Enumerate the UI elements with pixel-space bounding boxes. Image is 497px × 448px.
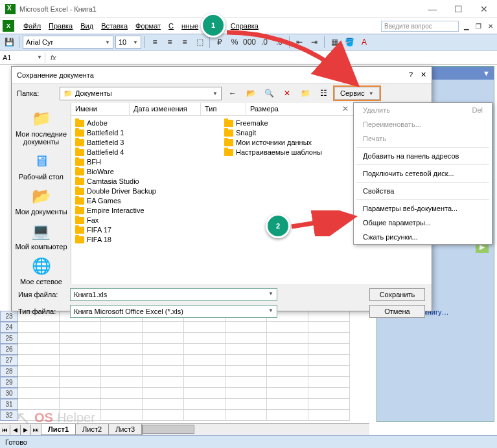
row-header[interactable]: 29 xyxy=(0,377,18,388)
cell[interactable] xyxy=(184,399,225,410)
cell[interactable] xyxy=(184,377,225,388)
align-right-icon[interactable]: ≡ xyxy=(178,36,191,49)
file-item[interactable]: Настраиваемые шаблоны xyxy=(223,148,372,157)
filename-input[interactable]: Книга1.xls ▼ xyxy=(70,288,277,301)
header-type[interactable]: Тип xyxy=(201,103,246,115)
menu-net-drive[interactable]: Подключить сетевой диск... xyxy=(354,166,492,181)
font-name-select[interactable]: Arial Cyr ▼ xyxy=(23,36,113,49)
menu-insert[interactable]: Вставка xyxy=(97,21,132,31)
font-size-select[interactable]: 10 ▼ xyxy=(115,36,141,49)
cell[interactable] xyxy=(60,344,101,355)
file-item[interactable]: BioWare xyxy=(74,167,223,176)
doc-restore[interactable]: ❐ xyxy=(474,21,483,31)
fx-label[interactable]: fx xyxy=(45,54,62,62)
menu-file[interactable]: Файл xyxy=(19,21,45,31)
menu-format[interactable]: Формат xyxy=(132,21,165,31)
file-item[interactable]: Fax xyxy=(74,216,223,225)
dialog-help-button[interactable]: ? xyxy=(409,71,413,79)
cell[interactable] xyxy=(308,333,350,344)
filetype-select[interactable]: Книга Microsoft Office Excel (*.xls) ▼ xyxy=(70,305,277,318)
tab-prev-icon[interactable]: ◀ xyxy=(10,425,21,435)
doc-minimize[interactable]: ▁ xyxy=(463,21,470,31)
cell[interactable] xyxy=(308,377,350,388)
cell[interactable] xyxy=(184,366,225,377)
cell[interactable] xyxy=(60,366,101,377)
cell[interactable] xyxy=(101,355,143,366)
cell[interactable] xyxy=(60,410,101,421)
header-name[interactable]: Имени xyxy=(71,103,130,115)
row-header[interactable]: 31 xyxy=(0,399,18,410)
file-item[interactable]: Мои источники данных xyxy=(223,138,372,147)
horizontal-scrollbar[interactable] xyxy=(142,425,369,435)
doc-close[interactable]: ✕ xyxy=(487,21,494,31)
cell[interactable] xyxy=(60,377,101,388)
worksheet-grid[interactable]: 23242526272829303132 xyxy=(0,311,369,421)
cell[interactable] xyxy=(143,333,184,344)
cell[interactable] xyxy=(18,355,60,366)
row-header[interactable]: 32 xyxy=(0,410,18,421)
cell[interactable] xyxy=(143,344,184,355)
cell[interactable] xyxy=(225,388,267,399)
cell[interactable] xyxy=(267,399,308,410)
file-item[interactable]: Camtasia Studio xyxy=(74,177,223,186)
place-item[interactable]: 🌐Мое сетевое окружение xyxy=(14,256,68,284)
minimize-button[interactable]: — xyxy=(419,0,445,18)
cell[interactable] xyxy=(267,388,308,399)
cell[interactable] xyxy=(60,388,101,399)
file-item[interactable]: Battlefield 3 xyxy=(74,138,223,147)
file-item[interactable]: Empire Interactive xyxy=(74,206,223,215)
cell[interactable] xyxy=(267,344,308,355)
cell[interactable] xyxy=(60,399,101,410)
cell[interactable] xyxy=(143,355,184,366)
cell[interactable] xyxy=(267,366,308,377)
place-item[interactable]: 🖥Рабочий стол xyxy=(19,151,64,181)
file-item[interactable]: Battlefield 1 xyxy=(74,128,223,137)
row-header[interactable]: 25 xyxy=(0,333,18,344)
menu-properties[interactable]: Свойства xyxy=(354,184,492,198)
sheet-tab-3[interactable]: Лист3 xyxy=(108,424,142,435)
tab-last-icon[interactable]: ⏭ xyxy=(31,425,41,435)
cell[interactable] xyxy=(18,333,60,344)
menu-compress[interactable]: Сжать рисунки... xyxy=(354,230,492,244)
cell[interactable] xyxy=(101,410,143,421)
folder-select[interactable]: 📁 Документы ▼ xyxy=(60,87,222,100)
cell[interactable] xyxy=(143,410,184,421)
cell[interactable] xyxy=(143,399,184,410)
cell[interactable] xyxy=(184,355,225,366)
cell[interactable] xyxy=(308,355,350,366)
menu-add-bar[interactable]: Добавить на панель адресов xyxy=(354,149,492,163)
cell[interactable] xyxy=(225,366,267,377)
dialog-close-button[interactable]: ✕ xyxy=(421,71,426,79)
file-item[interactable]: Snagit xyxy=(223,128,372,137)
close-button[interactable]: ✕ xyxy=(471,0,497,18)
cell[interactable] xyxy=(101,344,143,355)
menu-view[interactable]: Вид xyxy=(76,21,97,31)
cell[interactable] xyxy=(101,377,143,388)
cell[interactable] xyxy=(143,366,184,377)
cell[interactable] xyxy=(101,366,143,377)
merge-icon[interactable]: ⬚ xyxy=(193,36,206,49)
cell[interactable] xyxy=(225,410,267,421)
file-item[interactable]: FIFA 17 xyxy=(74,225,223,234)
menu-data[interactable]: нные xyxy=(178,21,202,31)
menu-hidden1[interactable]: С xyxy=(165,21,178,31)
cell[interactable] xyxy=(143,388,184,399)
row-header[interactable]: 30 xyxy=(0,388,18,399)
align-left-icon[interactable]: ≡ xyxy=(148,36,161,49)
align-center-icon[interactable]: ≡ xyxy=(163,36,176,49)
tab-next-icon[interactable]: ▶ xyxy=(21,425,31,435)
cell[interactable] xyxy=(308,366,350,377)
cell[interactable] xyxy=(225,355,267,366)
cell[interactable] xyxy=(18,410,60,421)
file-item[interactable]: FIFA 18 xyxy=(74,235,223,244)
cell[interactable] xyxy=(225,399,267,410)
cell[interactable] xyxy=(101,388,143,399)
cell[interactable] xyxy=(308,388,350,399)
menu-web-params[interactable]: Параметры веб-документа... xyxy=(354,201,492,216)
cell[interactable] xyxy=(225,377,267,388)
cell[interactable] xyxy=(184,344,225,355)
ask-question-input[interactable]: Введите вопрос xyxy=(381,21,459,32)
file-item[interactable]: Freemake xyxy=(223,118,372,128)
scroll-thumb[interactable] xyxy=(143,425,194,434)
cancel-button[interactable]: Отмена xyxy=(369,305,425,318)
